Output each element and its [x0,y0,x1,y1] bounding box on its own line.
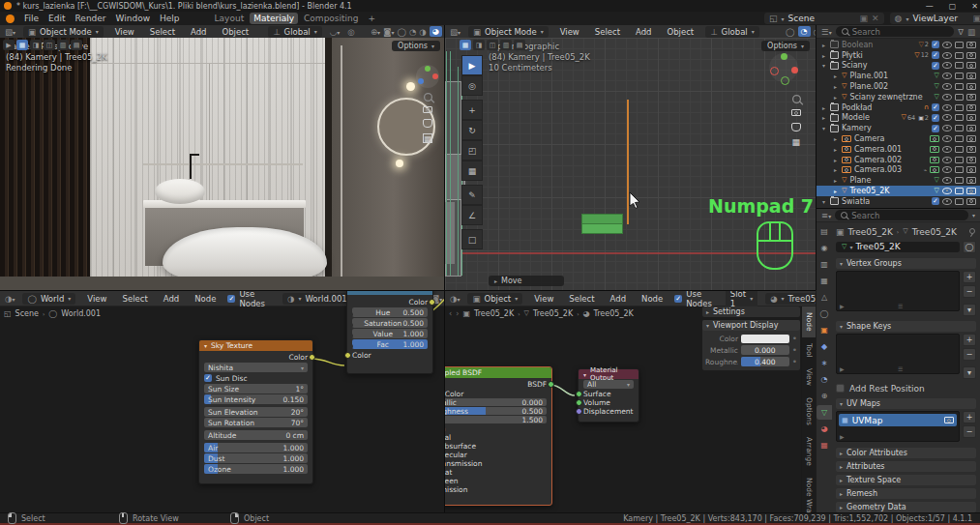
select-intersect-icon[interactable]: ▤ [514,40,525,50]
editor-type-icon[interactable]: ☰▾ [821,27,832,37]
normal-row[interactable]: Normal [445,433,547,441]
disable-render-icon[interactable] [966,125,976,131]
exclude-checkbox[interactable]: ✓ [932,62,939,70]
volume-socket[interactable] [576,399,582,406]
blender-menu-icon[interactable] [6,15,15,23]
shape-keys-list[interactable]: ▶ ☰ [836,334,960,374]
color-output-socket[interactable] [309,354,315,361]
camera-view-icon[interactable] [423,106,432,113]
shading-preview-icon[interactable]: ◑ [419,27,426,37]
outliner-row-plane001[interactable]: ▸▽ Plane.001▽ [817,71,980,81]
geometry-data-panel-header[interactable]: ▸Geometry Data [836,502,976,512]
coat-row[interactable]: ▸Coat [445,468,547,476]
menu-help[interactable]: Help [156,13,184,24]
exclude-checkbox[interactable]: ✓ [932,197,939,205]
displacement-socket[interactable] [576,408,582,415]
subsurface-row[interactable]: ▸Subsurface [445,442,547,450]
hide-icon[interactable] [942,135,952,142]
select-intersect-icon[interactable]: ▤ [71,40,82,50]
operator-panel[interactable]: ▸Move [489,276,564,286]
alpha-row[interactable]: Alpha [445,424,547,432]
uv-render-icon[interactable] [944,417,954,423]
add-cube-tool[interactable]: □ [461,229,483,249]
principled-bsdf-node[interactable]: Principled BSDF BSDF Base Color Metallic… [445,366,552,506]
viewport-roughness-field[interactable]: 0.400 [741,357,789,366]
disable-render-icon[interactable] [966,166,976,173]
remesh-panel-header[interactable]: ▸Remesh [836,488,976,499]
outliner-row-swiatla[interactable]: ▾ Światła ✓ [817,196,980,207]
animate-dot-icon[interactable]: • [792,345,797,355]
disable-render-icon[interactable] [966,83,976,90]
dust-field[interactable]: Dust1.000 [204,453,308,463]
texture-space-panel-header[interactable]: ▸Texture Space [836,475,976,485]
disable-viewport-icon[interactable] [955,146,964,153]
mesh-name-field[interactable]: ▽▾ Tree05_2K [836,242,960,252]
disable-viewport-icon[interactable] [955,42,964,48]
sun-elevation-field[interactable]: Sun Elevation20° [204,407,308,417]
disable-viewport-icon[interactable] [955,104,964,111]
sun-rotation-field[interactable]: Sun Rotation70° [204,418,308,427]
tab-material[interactable]: ◕ [817,422,832,436]
disable-viewport-icon[interactable] [955,62,964,69]
uv-maps-list[interactable]: ▦ UVMap ▶ [836,411,960,442]
bsdf-output-socket[interactable] [548,381,554,388]
disable-viewport-icon[interactable] [955,198,964,205]
navigation-gizmo[interactable] [769,53,798,82]
outliner-row-modele[interactable]: ▸ Modele ▽64 ▣2 ✓ [817,113,980,124]
outliner-row-sciany-zewnetrzne[interactable]: ▸▽ Ściany zewnętrzne▽ [817,92,980,102]
node-menu-view[interactable]: View [83,293,110,305]
tab-object-data[interactable]: ▽ [817,405,832,420]
hsv-color-output[interactable]: Color [352,297,428,306]
tab-view[interactable]: View [801,363,816,392]
workspace-tab-layout[interactable]: Layout [211,13,249,24]
tab-render[interactable]: ◉ [817,241,832,255]
color-attributes-panel-header[interactable]: ▸Color Attributes [836,448,976,458]
shader-type-dropdown[interactable]: ▣Object▾ [467,293,522,305]
editor-type-icon[interactable]: ◑▾ [5,294,15,304]
hue-saturation-node[interactable]: Color Hue0.500 Saturation0.500 Value1.00… [346,290,433,374]
disable-render-icon[interactable] [966,104,976,111]
outliner-row-camera003[interactable]: ▸ Camera.003⌁ [817,165,980,176]
select-mode-icon[interactable]: ▦ [460,40,471,50]
disable-render-icon[interactable] [966,146,976,153]
vertex-groups-list[interactable]: ▶ ☰ [836,271,960,311]
unlink-scene-icon[interactable]: ✕ [872,14,879,23]
disable-render-icon[interactable] [966,188,976,194]
tab-constraints[interactable]: ⊕ [817,389,832,403]
workspace-add-button[interactable]: + [365,13,380,24]
shading-rendered-icon[interactable]: ◕ [430,26,442,37]
outliner-row-plytki[interactable]: ▸ Płytki▽12 ✓ [817,50,980,61]
outliner-options-icon[interactable]: ▥ [967,27,975,37]
outliner[interactable]: ☰▾ Search ∇ ▥ ▸ Boolean▽2 ✓ ▸ Płytki▽12 … [817,25,980,208]
hsv-color-input[interactable]: Color [352,350,428,360]
tab-object[interactable]: ▣ [817,323,832,337]
hide-icon[interactable] [942,83,952,90]
hide-icon[interactable] [942,62,952,69]
viewport-menu-select[interactable]: Select [146,26,179,38]
new-scene-icon[interactable]: ▣ [860,14,869,23]
navigation-gizmo[interactable] [416,65,439,88]
roughness-field[interactable]: Roughness0.500 [445,407,547,415]
tab-modifiers[interactable]: ◆ [817,339,832,354]
editor-type-icon[interactable]: ≡▾ [821,211,831,220]
viewport-top[interactable]: ▧▾ ▣Object Mode▾ View Select Add Object … [445,25,817,290]
surface-input[interactable]: Surface [583,390,634,397]
nav-back-icon[interactable]: ‹ [449,309,452,318]
shape-keys-panel-header[interactable]: ▾Shape Keys [836,321,976,332]
disable-viewport-icon[interactable] [955,73,964,79]
node-menu-view[interactable]: View [530,293,557,305]
shape-key-add-button[interactable]: + [963,334,976,346]
animate-dot-icon[interactable]: • [792,357,797,366]
viewport-menu-add[interactable]: Add [187,26,210,38]
tab-world[interactable]: ◯ [817,306,832,321]
hide-icon[interactable] [942,177,952,184]
disable-viewport-icon[interactable] [955,114,964,121]
select-invert-icon[interactable]: ▥ [57,40,69,50]
viewport-camera[interactable]: ▧▾ ▣Object Mode▾ View Select Add Object … [0,25,445,290]
attributes-panel-header[interactable]: ▸Attributes [836,461,976,472]
vertex-groups-panel-header[interactable]: ▾Vertex Groups [836,258,976,269]
shading-solid-icon[interactable]: ◔ [798,26,811,37]
exclude-checkbox[interactable]: ✓ [932,41,939,48]
node-menu-node[interactable]: Node [638,293,667,305]
exclude-checkbox[interactable]: ✓ [932,114,939,122]
